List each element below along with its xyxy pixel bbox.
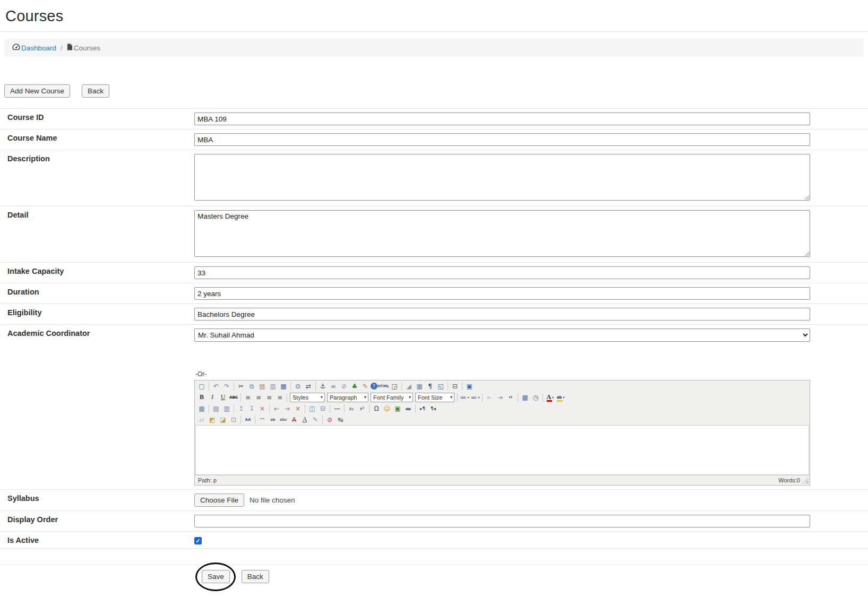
insert-column-right-icon[interactable]: ⇥ — [282, 403, 293, 413]
fullscreen-icon[interactable]: ▣ — [464, 381, 475, 391]
edit-table-icon[interactable]: ▦ — [196, 403, 207, 413]
editor-content-area[interactable] — [195, 425, 809, 475]
superscript-icon[interactable]: x² — [357, 403, 367, 413]
citation-icon[interactable]: “” — [257, 414, 268, 425]
strikethrough-icon[interactable]: ABC — [228, 392, 239, 402]
blockquote-icon[interactable]: “ — [505, 392, 516, 402]
paste-icon[interactable]: ▤ — [257, 381, 268, 391]
align-left-icon[interactable]: ≡ — [243, 392, 253, 402]
eligibility-input[interactable] — [194, 308, 810, 321]
bring-forward-icon[interactable]: ◩ — [207, 414, 218, 425]
indent-icon[interactable]: ⇥ — [495, 392, 505, 402]
back-button-bottom[interactable]: Back — [242, 570, 269, 583]
merge-cells-icon[interactable]: ⊟ — [317, 403, 328, 413]
horizontal-rule-icon[interactable]: — — [332, 403, 342, 413]
absolute-position-icon[interactable]: ⊡ — [228, 414, 239, 425]
find-replace-icon[interactable]: ⇄ — [303, 381, 314, 391]
split-cells-icon[interactable]: ◫ — [307, 403, 317, 413]
background-color-icon[interactable]: ab▾ — [555, 392, 566, 402]
font-family-dropdown[interactable]: Font Family▾ — [371, 393, 413, 402]
template-icon[interactable]: ◱ — [435, 381, 446, 391]
cut-icon[interactable]: ✂ — [236, 381, 246, 391]
attributes-icon[interactable]: ✎ — [310, 414, 321, 425]
save-button[interactable]: Save — [202, 570, 230, 583]
is-active-checkbox[interactable]: ✓ — [194, 537, 202, 544]
add-new-course-button[interactable]: Add New Course — [4, 84, 70, 98]
course-name-label: Course Name — [0, 129, 194, 150]
bold-icon[interactable]: B — [196, 392, 207, 402]
academic-coordinator-label: Academic Coordinator — [0, 325, 194, 489]
paragraph-dropdown[interactable]: Paragraph▾ — [327, 393, 368, 402]
undo-icon[interactable]: ↶ — [211, 381, 221, 391]
copy-icon[interactable]: ⧉ — [246, 381, 257, 391]
display-order-input[interactable] — [194, 515, 810, 527]
duration-input[interactable] — [194, 287, 810, 300]
back-button-top[interactable]: Back — [82, 84, 109, 98]
editor-resize-handle[interactable] — [802, 477, 809, 483]
paste-as-text-icon[interactable]: ▥ — [268, 381, 278, 391]
insert-table-icon[interactable]: ▦ — [414, 381, 425, 391]
intake-capacity-input[interactable] — [194, 266, 810, 279]
styles-dropdown[interactable]: Styles▾ — [290, 393, 325, 402]
align-center-icon[interactable]: ≡ — [253, 392, 264, 402]
link-icon[interactable]: ∞ — [328, 381, 339, 391]
delete-column-icon[interactable]: × — [293, 403, 303, 413]
page-break-icon[interactable]: ↹ — [335, 414, 346, 425]
outdent-icon[interactable]: ⇤ — [484, 392, 495, 402]
rtl-icon[interactable]: ¶◂ — [428, 403, 439, 413]
new-document-icon[interactable]: ▢ — [196, 381, 207, 391]
nonbreaking-icon[interactable]: ⊘ — [324, 414, 335, 425]
print-icon[interactable]: ⊟ — [450, 381, 460, 391]
acronym-icon[interactable]: abc — [278, 414, 289, 425]
abbreviation-icon[interactable]: ab — [268, 414, 278, 425]
course-name-input[interactable] — [194, 133, 810, 146]
redo-icon[interactable]: ↷ — [221, 381, 232, 391]
send-backward-icon[interactable]: ◪ — [218, 414, 228, 425]
align-justify-icon[interactable]: ≡ — [274, 392, 285, 402]
find-icon[interactable]: ⊙ — [293, 381, 303, 391]
style-properties-icon[interactable]: AA — [243, 414, 253, 425]
help-icon[interactable]: ? — [371, 383, 377, 390]
numbered-list-icon[interactable]: ≕▾ — [470, 392, 480, 402]
preview-icon[interactable]: ◲ — [389, 381, 400, 391]
syllabus-label: Syllabus — [0, 490, 194, 511]
editor-path: Path: p — [198, 477, 217, 483]
academic-coordinator-select[interactable]: Mr. Suhail Ahmad — [194, 328, 810, 342]
insert-column-left-icon[interactable]: ⇤ — [271, 403, 282, 413]
cell-properties-icon[interactable]: ▥ — [221, 403, 232, 413]
delete-row-icon[interactable]: × — [257, 403, 268, 413]
text-color-icon[interactable]: A▾ — [545, 392, 555, 402]
anchor-icon[interactable]: ⚓ — [317, 381, 328, 391]
detail-textarea[interactable]: Masters Degree — [194, 210, 810, 257]
insert-image-icon[interactable]: ♣ — [349, 381, 360, 391]
paste-from-word-icon[interactable]: ▦ — [278, 381, 289, 391]
font-size-dropdown[interactable]: Font Size▾ — [415, 393, 454, 402]
special-character-icon[interactable]: Ω — [371, 403, 382, 413]
choose-file-button[interactable]: Choose File — [194, 494, 244, 507]
insertion-icon[interactable]: A — [299, 414, 310, 425]
show-blocks-icon[interactable]: ¶ — [425, 381, 435, 391]
bullet-list-icon[interactable]: ≔▾ — [459, 392, 470, 402]
course-id-input[interactable] — [194, 113, 810, 125]
insert-row-above-icon[interactable]: ↥ — [236, 403, 246, 413]
insert-date-icon[interactable]: ▦ — [520, 392, 530, 402]
insert-time-icon[interactable]: ◷ — [530, 392, 541, 402]
html-source-icon[interactable]: HTML — [377, 381, 389, 391]
advanced-hr-icon[interactable]: ▬ — [403, 403, 414, 413]
insert-row-below-icon[interactable]: ↧ — [246, 403, 257, 413]
underline-icon[interactable]: U — [218, 392, 228, 402]
row-properties-icon[interactable]: ▤ — [211, 403, 221, 413]
emoticon-icon[interactable]: ☺ — [382, 403, 392, 413]
ltr-icon[interactable]: ▸¶ — [417, 403, 428, 413]
align-right-icon[interactable]: ≡ — [264, 392, 274, 402]
description-textarea[interactable] — [194, 154, 810, 201]
unlink-icon[interactable]: ⊘ — [339, 381, 349, 391]
insert-layer-icon[interactable]: ▱ — [196, 414, 207, 425]
cleanup-icon[interactable]: ✎ — [360, 381, 371, 391]
breadcrumb-dashboard-link[interactable]: Dashboard — [12, 44, 56, 52]
subscript-icon[interactable]: x₂ — [346, 403, 357, 413]
remove-format-icon[interactable]: ◢ — [403, 381, 414, 391]
insert-media-icon[interactable]: ▣ — [392, 403, 403, 413]
italic-icon[interactable]: I — [207, 392, 218, 402]
deletion-icon[interactable]: A — [289, 414, 299, 425]
